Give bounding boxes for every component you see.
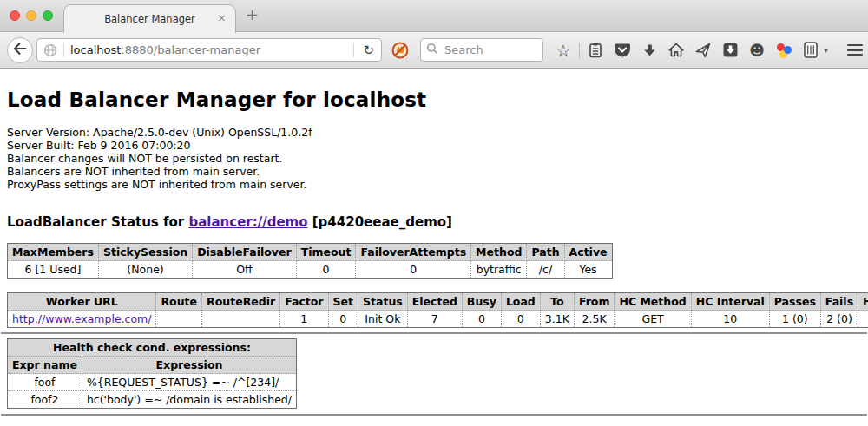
server-info: Server Version: Apache/2.5.0-dev (Unix) … (7, 126, 868, 191)
column-header: Path (527, 244, 564, 261)
cell-hc-interval: 10 (691, 311, 769, 328)
zoom-window-button[interactable] (43, 10, 53, 21)
column-header: HC Method (615, 293, 691, 311)
cell-expression: %{REQUEST_STATUS} =~ /^[234]/ (82, 374, 296, 391)
health-table-header-row: Expr name Expression (8, 357, 297, 374)
toolbar-buttons: ☆ ☻ (555, 41, 828, 60)
inherit-notice-line: Balancers are NOT inherited from main se… (7, 165, 868, 178)
search-icon (426, 42, 438, 58)
bookmark-star-icon[interactable]: ☆ (555, 41, 572, 60)
cell-status: Init Ok (358, 311, 408, 328)
cell-busy: 0 (462, 311, 501, 328)
column-header: FailoverAttempts (356, 244, 471, 261)
worker-url-link[interactable]: http://www.example.com/ (12, 312, 151, 325)
cell-set: 0 (328, 311, 358, 328)
heading-prefix: LoadBalancer Status for (7, 214, 188, 230)
column-header: Worker URL (8, 293, 156, 311)
cell-fails: 2 (0) (820, 311, 858, 328)
dropdown-caret-icon[interactable]: ▾ (824, 45, 828, 55)
cell-factor: 1 (280, 311, 328, 328)
proxypass-notice-line: ProxyPass settings are NOT inherited fro… (7, 178, 868, 191)
plugin-blocked-icon[interactable] (391, 42, 409, 59)
column-header: RouteRedir (202, 293, 280, 311)
cell-routeredir (202, 311, 280, 328)
back-button[interactable] (7, 37, 33, 63)
balancer-status-heading: LoadBalancer Status for balancer://demo … (7, 214, 868, 230)
persist-notice-line: Balancer changes will NOT be persisted o… (7, 152, 868, 165)
cell-hc-uri (858, 311, 868, 328)
cell-timeout: 0 (296, 261, 356, 279)
cell-worker-url: http://www.example.com/ (8, 311, 156, 328)
cell-from: 2.5K (574, 311, 615, 328)
downloads-box-icon[interactable] (721, 41, 739, 60)
new-tab-button[interactable]: + (246, 7, 259, 23)
colors-icon[interactable] (775, 41, 792, 60)
cell-failoverattempts: 0 (356, 261, 471, 279)
column-header: MaxMembers (8, 244, 99, 261)
worker-table-row: http://www.example.com/ 1 0 Init Ok 7 0 … (8, 311, 868, 328)
bottom-divider (1, 414, 867, 416)
home-icon[interactable] (667, 41, 685, 60)
url-path: :8880/balancer-manager (121, 43, 260, 56)
urlbar-divider (63, 43, 64, 57)
cell-method: bytraffic (471, 261, 527, 279)
heading-suffix: [p4420eeae_demo] (308, 214, 452, 230)
column-header: Method (471, 244, 527, 261)
back-icon (13, 42, 27, 58)
pocket-icon[interactable] (614, 41, 631, 60)
cell-hc-method: GET (615, 311, 691, 328)
close-window-button[interactable] (10, 10, 20, 21)
tab-balancer-manager[interactable]: Balancer Manager × (63, 4, 236, 33)
browser-window: Balancer Manager × + localhost:8880/bala… (0, 0, 868, 425)
cell-maxmembers: 6 [1 Used] (8, 261, 99, 279)
cell-active: Yes (564, 261, 612, 279)
url-text[interactable]: localhost:8880/balancer-manager (70, 43, 348, 56)
reload-icon[interactable]: ↻ (359, 43, 378, 58)
column-header: Expression (82, 357, 296, 374)
clipboard-icon[interactable] (587, 41, 604, 60)
color-dots (776, 43, 792, 58)
url-bar[interactable]: localhost:8880/balancer-manager ↻ (36, 38, 382, 62)
balancer-demo-link[interactable]: balancer://demo (188, 214, 307, 230)
server-version-line: Server Version: Apache/2.5.0-dev (Unix) … (7, 126, 868, 139)
close-tab-icon[interactable]: × (217, 12, 227, 24)
column-header: Factor (280, 293, 328, 311)
send-icon[interactable] (694, 41, 712, 60)
cell-route (156, 311, 202, 328)
toolbar-divider (579, 43, 580, 58)
column-header: Load (501, 293, 540, 311)
cell-expr-name: foof (8, 374, 82, 391)
column-header: Route (156, 293, 202, 311)
globe-icon (43, 43, 57, 57)
search-bar[interactable] (420, 38, 543, 62)
container-icon[interactable] (802, 41, 819, 60)
health-check-table: Health check cond. expressions: Expr nam… (7, 338, 297, 409)
health-table-title: Health check cond. expressions: (8, 339, 297, 357)
cell-expr-name: foof2 (8, 391, 82, 409)
traffic-lights (10, 10, 53, 21)
cell-path: /c/ (527, 261, 564, 279)
cell-disablefailover: Off (193, 261, 296, 279)
worker-table: Worker URL Route RouteRedir Factor Set S… (7, 292, 868, 328)
cell-expression: hc('body') =~ /domain is established/ (82, 391, 296, 409)
column-header: Fails (820, 293, 858, 311)
column-header: Set (328, 293, 358, 311)
column-header: DisableFailover (193, 244, 296, 261)
menu-icon[interactable] (847, 44, 863, 56)
smiley-icon[interactable]: ☻ (748, 41, 766, 60)
column-header: HC Interval (691, 293, 769, 311)
download-arrow-icon[interactable] (641, 41, 658, 60)
column-header: Passes (769, 293, 820, 311)
tab-title: Balancer Manager (104, 13, 195, 25)
minimize-window-button[interactable] (26, 10, 36, 21)
column-header: Active (564, 244, 612, 261)
navigation-toolbar: localhost:8880/balancer-manager ↻ ☆ (0, 32, 868, 69)
column-header: Status (358, 293, 408, 311)
worker-table-header-row: Worker URL Route RouteRedir Factor Set S… (8, 293, 868, 311)
search-input[interactable] (443, 43, 537, 57)
page-title: Load Balancer Manager for localhost (7, 88, 868, 112)
column-header: From (574, 293, 615, 311)
column-header: Expr name (8, 357, 82, 374)
balancer-table: MaxMembers StickySession DisableFailover… (7, 243, 613, 279)
column-header: StickySession (98, 244, 192, 261)
